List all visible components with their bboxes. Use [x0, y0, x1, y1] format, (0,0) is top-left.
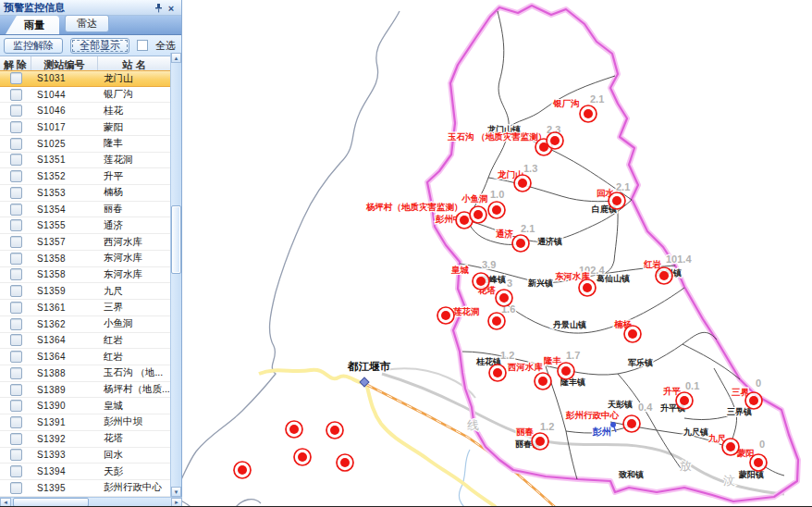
tab-rainfall[interactable]: 雨量: [6, 16, 59, 34]
table-row[interactable]: S1355通济: [0, 217, 171, 234]
station-marker[interactable]: [547, 132, 563, 149]
tab-radar[interactable]: 雷达: [65, 15, 109, 32]
rainfall-value: 0: [756, 377, 761, 389]
row-checkbox[interactable]: [10, 367, 22, 379]
show-all-button[interactable]: 全部显示: [70, 38, 129, 54]
table-row[interactable]: S1393回水: [0, 448, 171, 464]
close-icon[interactable]: ×: [165, 2, 178, 14]
table-row[interactable]: S1364红岩: [0, 349, 171, 365]
table-row[interactable]: S1391彭州中坝: [0, 414, 171, 431]
pin-icon[interactable]: [152, 2, 165, 14]
station-marker[interactable]: [437, 307, 454, 324]
horizontal-scroll-thumb[interactable]: [13, 498, 89, 507]
station-marker[interactable]: [535, 373, 551, 390]
station-marker[interactable]: [624, 326, 641, 342]
row-checkbox[interactable]: [10, 400, 22, 412]
rainfall-value: 1.2: [500, 350, 514, 361]
table-row[interactable]: S1364红岩: [0, 333, 171, 350]
row-checkbox[interactable]: [10, 138, 22, 150]
table-row[interactable]: S1358东河水库: [0, 251, 171, 267]
table-row[interactable]: S1357西河水库: [0, 234, 171, 251]
row-checkbox[interactable]: [10, 465, 22, 477]
scroll-left-arrow[interactable]: ◄: [0, 498, 11, 507]
row-checkbox[interactable]: [10, 121, 22, 133]
table-row[interactable]: S1044银厂沟: [0, 87, 171, 104]
station-marker[interactable]: [512, 235, 529, 252]
station-marker[interactable]: [623, 415, 640, 432]
station-marker[interactable]: [532, 433, 548, 450]
station-marker[interactable]: [579, 279, 596, 296]
select-all-checkbox[interactable]: [137, 40, 148, 51]
row-checkbox[interactable]: [10, 449, 22, 461]
table-row[interactable]: S1394天彭: [0, 464, 171, 480]
scroll-up-arrow[interactable]: ▲: [171, 53, 181, 63]
row-checkbox[interactable]: [10, 433, 22, 445]
row-checkbox[interactable]: [10, 334, 22, 346]
station-marker[interactable]: [489, 365, 506, 381]
row-checkbox[interactable]: [10, 219, 22, 231]
row-checkbox[interactable]: [10, 187, 22, 199]
row-checkbox[interactable]: [10, 89, 22, 101]
station-marker[interactable]: [496, 290, 512, 306]
table-row[interactable]: S1031龙门山: [0, 70, 171, 87]
table-row[interactable]: S1352升平: [0, 168, 171, 185]
row-checkbox[interactable]: [10, 72, 22, 84]
row-checkbox[interactable]: [10, 351, 22, 363]
row-checkbox[interactable]: [10, 318, 22, 330]
table-row[interactable]: S1395彭州行政中心: [0, 480, 171, 497]
table-row[interactable]: S1388玉石沟 （地...: [0, 365, 171, 382]
town-label: 新兴镇: [527, 278, 553, 288]
rainfall-value: 1.0: [490, 189, 504, 200]
table-row[interactable]: S1389杨坪村（地质...: [0, 382, 171, 399]
station-marker[interactable]: [514, 175, 531, 192]
station-marker[interactable]: [326, 422, 343, 439]
scroll-right-arrow[interactable]: ►: [171, 498, 182, 507]
station-marker[interactable]: [286, 421, 302, 438]
row-checkbox[interactable]: [10, 204, 22, 216]
station-marker[interactable]: [294, 449, 311, 465]
table-row[interactable]: S1351莲花洞: [0, 153, 171, 169]
station-marker[interactable]: [745, 392, 762, 409]
row-checkbox[interactable]: [10, 170, 22, 182]
vertical-scroll-thumb[interactable]: [171, 205, 181, 274]
table-row[interactable]: S1025隆丰: [0, 136, 171, 153]
row-checkbox[interactable]: [10, 268, 22, 280]
table-row[interactable]: S1017蒙阳: [0, 119, 171, 136]
station-marker[interactable]: [470, 206, 486, 223]
station-marker[interactable]: [558, 363, 574, 379]
row-checkbox[interactable]: [10, 105, 22, 117]
table-row[interactable]: S1362小鱼洞: [0, 316, 171, 333]
station-marker[interactable]: [488, 313, 505, 329]
table-row[interactable]: S1358东河水库: [0, 267, 171, 284]
row-checkbox[interactable]: [10, 154, 22, 166]
release-monitor-button[interactable]: 监控解除: [4, 38, 63, 54]
table-row[interactable]: S1392花塔: [0, 431, 171, 448]
station-marker[interactable]: [722, 439, 739, 455]
scroll-down-arrow[interactable]: ▼: [171, 487, 181, 497]
table-row[interactable]: S1390皇城: [0, 398, 171, 414]
row-checkbox[interactable]: [10, 482, 22, 494]
table-row[interactable]: S1354丽春: [0, 202, 171, 218]
table-row[interactable]: S1046桂花: [0, 103, 171, 119]
road-label: 线: [467, 418, 479, 432]
horizontal-scrollbar[interactable]: ◄ ►: [0, 497, 182, 507]
row-checkbox[interactable]: [10, 384, 22, 396]
row-checkbox[interactable]: [10, 253, 22, 265]
station-marker[interactable]: [676, 392, 693, 409]
row-checkbox[interactable]: [10, 285, 22, 297]
table-row[interactable]: S1361三界: [0, 300, 171, 316]
station-marker[interactable]: [234, 462, 251, 478]
station-marker[interactable]: [337, 454, 353, 471]
vertical-scrollbar[interactable]: ▲ ▼: [170, 53, 181, 497]
row-checkbox[interactable]: [10, 416, 22, 428]
table-row[interactable]: S1359九尺: [0, 283, 171, 300]
station-marker[interactable]: [750, 454, 767, 471]
station-marker[interactable]: [580, 105, 597, 122]
table-row[interactable]: S1353楠杨: [0, 185, 171, 202]
station-marker[interactable]: [488, 202, 505, 218]
station-marker[interactable]: [473, 273, 489, 290]
station-marker[interactable]: [656, 267, 672, 284]
row-checkbox[interactable]: [10, 302, 22, 314]
row-checkbox[interactable]: [10, 236, 22, 248]
station-marker[interactable]: [609, 192, 625, 209]
